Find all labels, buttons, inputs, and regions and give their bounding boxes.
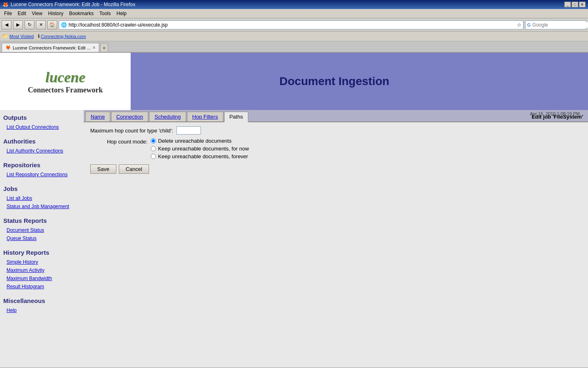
site-header: lucene Connectors Framework Document Ing… bbox=[0, 53, 588, 110]
menu-file[interactable]: File bbox=[2, 10, 14, 17]
radio-delete-label: Delete unreachable documents bbox=[158, 138, 232, 144]
radio-group: Delete unreachable documents Keep unreac… bbox=[151, 138, 249, 159]
content-area: Name Connection Scheduling Hop Filters P… bbox=[84, 110, 588, 368]
tab-paths[interactable]: Paths bbox=[224, 112, 248, 122]
hop-count-mode-label: Hop count mode: bbox=[90, 138, 147, 145]
radio-keep-forever[interactable]: Keep unreachable documents, forever bbox=[151, 153, 249, 159]
sidebar-item-status-job-management[interactable]: Status and Job Management bbox=[0, 202, 84, 211]
radio-keep-forever-label: Keep unreachable documents, forever bbox=[158, 153, 248, 159]
main-area: Outputs List Output Connections Authorit… bbox=[0, 110, 588, 368]
hop-count-mode-section: Hop count mode: Delete unreachable docum… bbox=[90, 138, 581, 159]
radio-keep-forever-input[interactable] bbox=[151, 154, 156, 159]
home-button[interactable]: 🏠 bbox=[47, 20, 57, 29]
button-row: Save Cancel bbox=[90, 164, 581, 174]
menu-edit[interactable]: Edit bbox=[15, 10, 29, 17]
new-tab-button[interactable]: + bbox=[100, 43, 108, 52]
maximize-button[interactable]: □ bbox=[572, 2, 578, 7]
browser-tab-bar: 🦊 Lucene Connectors Framework: Edit ... … bbox=[0, 41, 588, 53]
logo: lucene Connectors Framework bbox=[28, 69, 102, 94]
radio-delete[interactable]: Delete unreachable documents bbox=[151, 138, 249, 144]
sidebar-section-status-reports: Status Reports bbox=[0, 213, 84, 226]
logo-area: lucene Connectors Framework bbox=[0, 53, 131, 110]
tab-favicon: 🦊 bbox=[5, 45, 11, 50]
logo-sub-text: Connectors Framework bbox=[28, 86, 102, 94]
forward-button[interactable]: ▶ bbox=[13, 20, 23, 29]
google-logo: G bbox=[527, 22, 531, 27]
save-button[interactable]: Save bbox=[90, 164, 116, 174]
info-icon: ℹ bbox=[38, 34, 40, 39]
menu-help[interactable]: Help bbox=[114, 10, 129, 17]
hop-count-row: Maximum hop count for type 'child': bbox=[90, 126, 581, 135]
reload-button[interactable]: ↻ bbox=[24, 20, 34, 29]
browser-tab-main[interactable]: 🦊 Lucene Connectors Framework: Edit ... … bbox=[2, 43, 99, 52]
title-bar-left: 🦊 Lucene Connectors Framework: Edit Job … bbox=[2, 2, 135, 7]
sidebar-item-list-all-jobs[interactable]: List all Jobs bbox=[0, 194, 84, 202]
menu-history[interactable]: History bbox=[46, 10, 66, 17]
menu-bookmarks[interactable]: Bookmarks bbox=[67, 10, 96, 17]
search-input[interactable] bbox=[532, 22, 588, 28]
close-button[interactable]: ✕ bbox=[579, 2, 586, 7]
logo-main-text: lucene bbox=[28, 69, 102, 86]
sidebar-item-help[interactable]: Help bbox=[0, 306, 84, 314]
tab-close-button[interactable]: ✕ bbox=[92, 45, 96, 50]
radio-keep-now-label: Keep unreachable documents, for now bbox=[158, 146, 249, 152]
sidebar-item-document-status[interactable]: Document Status bbox=[0, 226, 84, 234]
menu-bar: File Edit View History Bookmarks Tools H… bbox=[0, 9, 588, 18]
stop-button[interactable]: ✕ bbox=[36, 20, 46, 29]
address-bar[interactable]: 🌐 ☆ bbox=[59, 20, 523, 29]
sidebar-item-maximum-bandwidth[interactable]: Maximum Bandwidth bbox=[0, 274, 84, 283]
radio-keep-now[interactable]: Keep unreachable documents, for now bbox=[151, 146, 249, 152]
sidebar-section-outputs: Outputs bbox=[0, 110, 84, 123]
sidebar-section-miscellaneous: Miscellaneous bbox=[0, 293, 84, 306]
radio-delete-input[interactable] bbox=[151, 138, 156, 144]
sidebar-item-maximum-activity[interactable]: Maximum Activity bbox=[0, 266, 84, 274]
menu-tools[interactable]: Tools bbox=[97, 10, 113, 17]
window-title: Lucene Connectors Framework: Edit Job - … bbox=[11, 2, 135, 7]
header-title-area: Document Ingestion bbox=[131, 53, 538, 110]
hop-count-label: Maximum hop count for type 'child': bbox=[90, 128, 173, 134]
connecting-nokia-bookmark[interactable]: ℹ Connecting.Nokia.com bbox=[38, 34, 86, 39]
folder-icon: 📁 bbox=[2, 34, 8, 39]
menu-view[interactable]: View bbox=[29, 10, 45, 17]
sidebar-section-repositories: Repositories bbox=[0, 157, 84, 171]
address-input[interactable] bbox=[69, 22, 515, 28]
sidebar-section-authorities: Authorities bbox=[0, 134, 84, 147]
content-tabs: Name Connection Scheduling Hop Filters P… bbox=[84, 110, 588, 122]
browser-icon: 🦊 bbox=[2, 2, 9, 7]
minimize-button[interactable]: _ bbox=[564, 2, 571, 7]
page-icon: 🌐 bbox=[61, 22, 67, 28]
form-area: Maximum hop count for type 'child': Hop … bbox=[84, 122, 588, 178]
tab-connection[interactable]: Connection bbox=[111, 112, 149, 121]
browser-tab-label: Lucene Connectors Framework: Edit ... bbox=[13, 45, 91, 50]
header-datetime: Apr 15, 2010 1:08:19 PM bbox=[530, 111, 580, 168]
hop-count-input[interactable] bbox=[176, 126, 201, 135]
tab-scheduling[interactable]: Scheduling bbox=[149, 112, 186, 121]
tab-hop-filters[interactable]: Hop Filters bbox=[187, 112, 223, 121]
sidebar-item-queue-status[interactable]: Queue Status bbox=[0, 234, 84, 242]
sidebar-item-list-authority-connections[interactable]: List Authority Connections bbox=[0, 147, 84, 155]
sidebar-section-history-reports: History Reports bbox=[0, 245, 84, 258]
star-icon[interactable]: ☆ bbox=[517, 22, 521, 28]
page-wrapper: lucene Connectors Framework Document Ing… bbox=[0, 53, 588, 368]
tab-name[interactable]: Name bbox=[85, 112, 110, 121]
cancel-button[interactable]: Cancel bbox=[119, 164, 149, 174]
sidebar-item-list-repository-connections[interactable]: List Repository Connections bbox=[0, 171, 84, 179]
bookmarks-bar: 📁 Most Visited ℹ Connecting.Nokia.com bbox=[0, 31, 588, 41]
sidebar-item-simple-history[interactable]: Simple History bbox=[0, 258, 84, 266]
browser-title-bar: 🦊 Lucene Connectors Framework: Edit Job … bbox=[0, 0, 588, 9]
radio-keep-now-input[interactable] bbox=[151, 146, 156, 151]
sidebar-section-jobs: Jobs bbox=[0, 181, 84, 194]
search-bar[interactable]: G 🔍 bbox=[525, 20, 586, 29]
title-bar-right: _ □ ✕ bbox=[564, 2, 586, 7]
sidebar: Outputs List Output Connections Authorit… bbox=[0, 110, 84, 368]
sidebar-item-list-output-connections[interactable]: List Output Connections bbox=[0, 123, 84, 131]
back-button[interactable]: ◀ bbox=[2, 20, 11, 29]
sidebar-item-result-histogram[interactable]: Result Histogram bbox=[0, 283, 84, 291]
browser-toolbar: ◀ ▶ ↻ ✕ 🏠 🌐 ☆ G 🔍 bbox=[0, 18, 588, 31]
page-title: Document Ingestion bbox=[279, 75, 389, 88]
most-visited-folder[interactable]: 📁 Most Visited bbox=[2, 34, 34, 39]
